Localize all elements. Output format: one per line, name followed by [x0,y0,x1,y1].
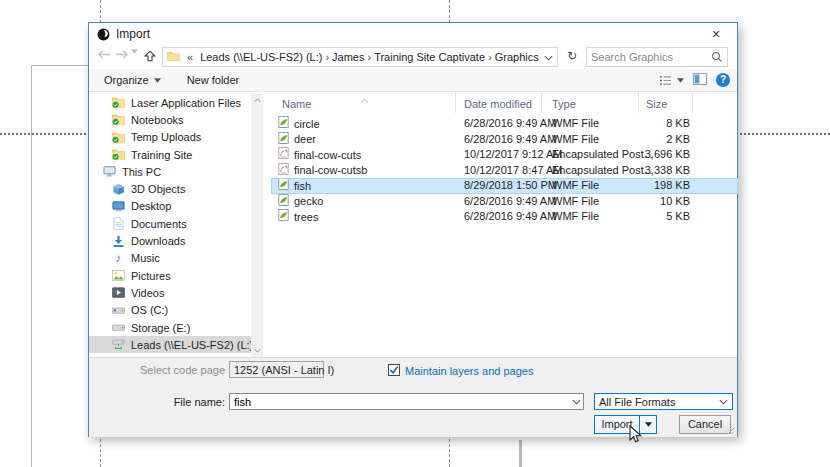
file-name-text: deer [294,132,316,147]
sidebar-item-label: Downloads [131,235,185,247]
size-cell: 2 KB [639,132,693,148]
search-input[interactable] [591,51,711,63]
chevron-down-icon [154,78,161,83]
up-button[interactable] [143,49,157,63]
breadcrumb-segment-leads-el-us-fs2-l[interactable]: Leads (\\EL-US-FS2) (L:) [200,51,322,63]
file-row-fish[interactable]: fish8/29/2018 1:50 PMWMF File198 KB [271,178,738,194]
file-format-select[interactable]: All File Formats [594,393,733,410]
date-modified-cell: 10/12/2017 9:12 AM [456,147,542,163]
title-bar[interactable]: Import × [89,23,737,45]
address-dropdown-icon[interactable] [544,51,553,63]
file-name-cell: fish [271,178,456,194]
folder-sync-icon [111,113,125,127]
sidebar-item-desktop[interactable]: Desktop [89,198,251,215]
os-drive-icon [111,303,125,317]
help-button[interactable]: ? [716,73,730,87]
column-header-date-modified[interactable]: Date modified [456,92,542,113]
wmf-file-icon [278,194,289,210]
sidebar-item-downloads[interactable]: Downloads [89,232,251,249]
sidebar-item-label: Desktop [131,200,171,212]
sidebar-item-label: Temp Uploads [131,131,201,143]
folder-icon [167,51,180,64]
drive-icon [111,321,125,335]
forward-button[interactable] [115,49,129,60]
downloads-icon [111,234,125,248]
sidebar-item-label: Laser Application Files [131,97,241,109]
cancel-button[interactable]: Cancel [679,415,731,434]
preview-pane-button[interactable] [693,73,707,87]
sidebar-item-storage-e[interactable]: Storage (E:) [89,319,251,336]
file-name-text: trees [294,210,318,225]
file-row-gecko[interactable]: gecko6/28/2016 9:49 AMWMF File10 KB [271,194,738,210]
breadcrumb-segment-james[interactable]: James [332,51,364,63]
breadcrumb-segment-training-site-captivate[interactable]: Training Site Captivate [374,51,485,63]
sidebar-item-os-c[interactable]: OS (C:) [89,302,251,319]
checkmark-icon [389,365,399,375]
column-header-size[interactable]: Size [639,92,693,113]
breadcrumb-segment-graphics[interactable]: Graphics [495,51,539,63]
preview-pane-icon [693,73,707,85]
maintain-layers-checkbox[interactable] [388,364,400,376]
file-name-label: File name: [129,396,225,408]
new-folder-button[interactable]: New folder [187,74,240,86]
file-row-circle[interactable]: circle6/28/2016 9:49 AMWMF File8 KB [271,116,738,132]
sidebar-item-documents[interactable]: Documents [89,215,251,232]
list-view-icon [659,75,672,86]
organize-button[interactable]: Organize [104,74,161,86]
sidebar-item-this-pc[interactable]: This PC [89,163,251,180]
view-options-button[interactable] [659,75,684,86]
file-name-text: fish [294,179,311,194]
file-name-input[interactable] [234,396,572,408]
breadcrumb-separator: › [485,51,495,63]
close-button[interactable]: × [703,26,729,42]
sidebar-item-label: Training Site [131,149,192,161]
import-button[interactable]: Import [594,415,657,434]
date-modified-cell: 10/12/2017 8:47 AM [456,163,542,179]
maintain-layers-label[interactable]: Maintain layers and pages [405,365,533,377]
pictures-icon [111,269,125,283]
resize-grip-icon[interactable] [727,427,735,435]
code-page-select[interactable]: 1252 (ANSI - Latin I) [229,361,324,378]
sidebar-item-pictures[interactable]: Pictures [89,267,251,284]
wmf-file-icon [278,132,289,148]
scroll-up-icon[interactable] [251,94,263,106]
size-cell: 8 KB [639,116,693,132]
sidebar-item-3d-objects[interactable]: 3D Objects [89,180,251,197]
file-name-text: final-cow-cuts [294,148,361,163]
address-breadcrumb-box[interactable]: « Leads (\\EL-US-FS2) (L:)›James›Trainin… [162,47,558,67]
sidebar-item-music[interactable]: ♪Music [89,250,251,267]
scroll-down-icon[interactable] [251,345,263,357]
new-folder-label: New folder [187,74,240,86]
column-header-type[interactable]: Type [542,92,639,113]
sidebar-item-notebooks[interactable]: Notebooks [89,111,251,128]
type-cell: WMF File [542,209,639,225]
sidebar-item-videos[interactable]: Videos [89,284,251,301]
sidebar-item-label: Videos [131,287,164,299]
sidebar: Laser Application FilesNotebooksTemp Upl… [89,94,251,357]
refresh-icon[interactable]: ↻ [563,47,581,67]
sidebar-item-training-site[interactable]: Training Site [89,146,251,163]
date-modified-cell: 6/28/2016 9:49 AM [456,194,542,210]
file-list-header: Name Date modified Type Size [271,92,738,113]
file-row-trees[interactable]: trees6/28/2016 9:49 AMWMF File5 KB [271,209,738,225]
file-row-final-cow-cuts[interactable]: final-cow-cuts10/12/2017 9:12 AMEncapsul… [271,147,738,163]
this-pc-icon [102,165,116,179]
sidebar-item-temp-uploads[interactable]: Temp Uploads [89,129,251,146]
sidebar-scrollbar[interactable] [251,94,263,357]
type-cell: WMF File [542,178,639,194]
date-modified-cell: 8/29/2018 1:50 PM [456,178,542,194]
size-cell: 198 KB [639,178,693,194]
eps-file-icon [278,147,289,163]
file-name-cell: circle [271,116,456,132]
file-row-deer[interactable]: deer6/28/2016 9:49 AMWMF File2 KB [271,132,738,148]
breadcrumb-overflow-chevron[interactable]: « [184,51,196,63]
chevron-down-icon[interactable] [572,399,581,405]
type-cell: Encapsulated Post... [542,147,639,163]
sidebar-item-leads-el-us-fs2-l[interactable]: Leads (\\EL-US-FS2) (L:) [89,336,251,353]
file-name-text: final-cow-cutsb [294,163,367,178]
file-row-final-cow-cutsb[interactable]: final-cow-cutsb10/12/2017 8:47 AMEncapsu… [271,163,738,179]
back-button[interactable] [97,49,111,60]
sidebar-item-laser-application-files[interactable]: Laser Application Files [89,94,251,111]
sidebar-item-label: Notebooks [131,114,184,126]
history-dropdown-icon[interactable] [131,49,138,54]
